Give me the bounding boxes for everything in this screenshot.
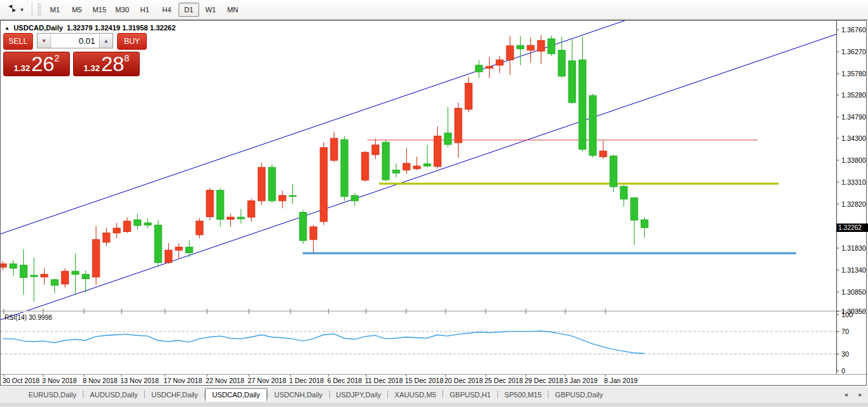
candle-body (41, 275, 48, 277)
chart-tab-usdjpy-daily[interactable]: USDJPY,Daily (330, 388, 388, 401)
price-axis-label: 1.36760 (841, 26, 866, 34)
chart-tab-eurusd-daily[interactable]: EURUSD,Daily (22, 388, 83, 401)
chart-tab-usdchf-daily[interactable]: USDCHF,Daily (145, 388, 204, 401)
candle-body (248, 201, 255, 217)
candle-body (134, 220, 141, 225)
price-axis-label: 1.30850 (841, 288, 866, 296)
timeframe-button-h1[interactable]: H1 (135, 3, 155, 17)
candle-body (289, 196, 296, 196)
rsi-axis-label: 0 (841, 367, 845, 375)
volume-field[interactable]: 0.01 (51, 34, 99, 48)
candle-body (30, 275, 38, 277)
timeframe-button-m1[interactable]: M1 (45, 3, 65, 17)
candle-body (113, 228, 120, 233)
rsi-axis-label: 70 (841, 328, 849, 335)
chart-tab-gbpusd-daily[interactable]: GBPUSD,Daily (548, 388, 609, 401)
candle-body (51, 280, 58, 286)
timeframe-button-mn[interactable]: MN (222, 3, 243, 17)
chart-title: ▲ USDCAD,Daily 1.32379 1.32419 1.31958 1… (5, 24, 176, 32)
price-axis-label: 1.34300 (841, 134, 866, 142)
timeframe-button-m5[interactable]: M5 (67, 3, 87, 17)
candle-body (165, 250, 172, 262)
candle-body (589, 96, 596, 156)
date-axis-label: 15 Dec 2018 (405, 377, 444, 384)
date-axis-label: 17 Nov 2018 (164, 377, 202, 384)
candle-body (496, 60, 503, 65)
candle-body (610, 156, 617, 187)
timeframe-button-h4[interactable]: H4 (157, 3, 177, 17)
candle-body (217, 191, 224, 220)
candle-body (475, 65, 483, 72)
chart-tab-usdcad-daily[interactable]: USDCAD,Daily (205, 388, 267, 401)
chevron-down-icon: ▼ (19, 7, 25, 13)
date-axis-label: 29 Dec 2018 (525, 377, 563, 384)
chart-tab-usdcnh-daily[interactable]: USDCNH,Daily (268, 388, 329, 401)
tab-scroll-left-icon[interactable]: ◄ (838, 391, 853, 398)
candle-body (517, 45, 524, 48)
candle-body (72, 271, 79, 275)
chart-tab-gbpusd-h1[interactable]: GBPUSD,H1 (443, 388, 497, 401)
timeframe-button-w1[interactable]: W1 (201, 3, 221, 17)
candle-body (155, 225, 162, 262)
candle-body (382, 142, 389, 180)
candle-body (196, 221, 203, 235)
candle-body (258, 167, 265, 201)
sell-button[interactable]: SELL (3, 33, 33, 50)
volume-increase-button[interactable]: ▲ (99, 34, 113, 48)
price-axis-label: 1.36270 (841, 48, 866, 56)
buy-button[interactable]: BUY (117, 33, 147, 50)
tab-scroll-right-icon[interactable]: ► (853, 391, 868, 398)
candle-body (465, 83, 472, 109)
date-axis-label: 8 Nov 2018 (83, 377, 118, 384)
buy-price-prefix: 1.32 (83, 63, 100, 74)
rsi-line (3, 331, 644, 353)
candle-body (558, 50, 565, 76)
candle-body (393, 170, 400, 173)
candle-body (424, 164, 431, 166)
candle-body (486, 67, 493, 68)
chart-tab-xauusd-m5[interactable]: XAUUSD,M5 (388, 388, 442, 401)
toolbar-separator (32, 3, 32, 17)
date-axis-label: 8 Jan 2019 (604, 377, 638, 384)
candle-body (124, 221, 131, 231)
symbol-period-label: USDCAD,Daily (14, 24, 63, 32)
chart-tools-dropdown-button[interactable]: ▼ (3, 1, 29, 18)
collapse-arrow-icon[interactable]: ▲ (5, 25, 10, 31)
date-axis-label: 6 Dec 2018 (327, 377, 362, 384)
price-axis-label: 1.32820 (841, 200, 866, 208)
chart-tab-sp500-m15[interactable]: SP500,M15 (498, 388, 548, 401)
one-click-trade-panel: SELL ▼ 0.01 ▲ BUY 1.32 26 2 1.32 28 8 (3, 33, 147, 76)
candle-body (92, 240, 100, 277)
date-axis-label: 13 Nov 2018 (120, 377, 159, 384)
timeframe-button-d1[interactable]: D1 (179, 3, 199, 17)
chart-tabs: EURUSD,DailyAUDUSD,DailyUSDCHF,DailyUSDC… (22, 388, 609, 401)
chart-tab-audusd-daily[interactable]: AUDUSD,Daily (83, 388, 144, 401)
toolbar-grip-handle[interactable] (38, 3, 41, 16)
candle-body (227, 217, 234, 219)
channel-lower-trendline[interactable] (1, 34, 836, 320)
candle-body (341, 140, 348, 196)
arrows-swap-icon (7, 4, 17, 16)
candle-body (310, 227, 317, 240)
timeframe-buttons: M1M5M15M30H1H4D1W1MN (44, 3, 244, 17)
candle-body (206, 191, 213, 217)
timeframe-button-m30[interactable]: M30 (111, 3, 133, 17)
candle-body (351, 196, 358, 201)
candle-body (620, 186, 627, 199)
ohlc-values: 1.32379 1.32419 1.31958 1.32262 (67, 24, 175, 32)
candle-body (331, 138, 338, 160)
timeframe-button-m15[interactable]: M15 (89, 3, 110, 17)
chart-window: 1.367601.362701.357801.352801.347901.343… (0, 20, 867, 386)
sell-price-button[interactable]: 1.32 26 2 (3, 52, 70, 76)
candle-body (61, 271, 69, 284)
volume-decrease-button[interactable]: ▼ (38, 34, 51, 48)
sell-price-prefix: 1.32 (14, 63, 30, 74)
candle-body (299, 213, 307, 241)
candle-body (279, 196, 286, 201)
price-axis-label: 1.31340 (841, 266, 866, 274)
candle-body (103, 233, 110, 242)
price-axis-label: 1.33800 (841, 156, 866, 164)
candle-body (455, 109, 462, 143)
candle-body (506, 46, 514, 60)
buy-price-button[interactable]: 1.32 28 8 (73, 52, 140, 76)
